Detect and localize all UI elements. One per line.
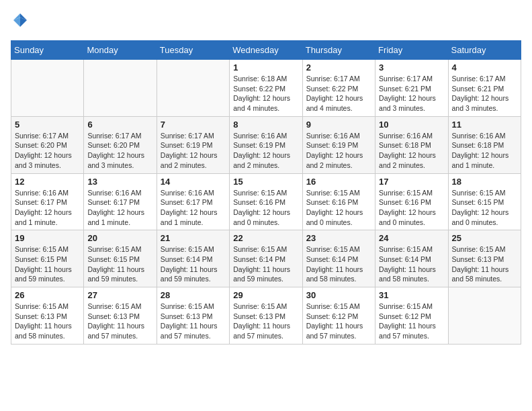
day-info: Sunrise: 6:15 AM Sunset: 6:12 PM Dayligh… xyxy=(379,302,444,341)
day-number: 5 xyxy=(15,120,80,130)
day-number: 18 xyxy=(452,177,517,187)
calendar-week-row: 1Sunrise: 6:18 AM Sunset: 6:22 PM Daylig… xyxy=(11,60,521,117)
day-info: Sunrise: 6:15 AM Sunset: 6:15 PM Dayligh… xyxy=(87,244,152,284)
calendar-cell: 6Sunrise: 6:17 AM Sunset: 6:20 PM Daylig… xyxy=(84,116,157,173)
day-number: 23 xyxy=(306,233,371,243)
day-number: 17 xyxy=(379,177,444,187)
calendar-cell: 13Sunrise: 6:16 AM Sunset: 6:17 PM Dayli… xyxy=(84,173,157,230)
calendar-cell: 1Sunrise: 6:18 AM Sunset: 6:22 PM Daylig… xyxy=(230,60,302,117)
day-number: 16 xyxy=(306,177,371,187)
day-info: Sunrise: 6:16 AM Sunset: 6:18 PM Dayligh… xyxy=(379,131,444,171)
day-info: Sunrise: 6:16 AM Sunset: 6:17 PM Dayligh… xyxy=(87,188,152,228)
weekday-header-thursday: Thursday xyxy=(302,41,375,60)
day-info: Sunrise: 6:16 AM Sunset: 6:19 PM Dayligh… xyxy=(306,131,371,171)
calendar-cell: 22Sunrise: 6:15 AM Sunset: 6:14 PM Dayli… xyxy=(230,230,302,287)
day-info: Sunrise: 6:15 AM Sunset: 6:15 PM Dayligh… xyxy=(452,188,517,228)
calendar-cell: 2Sunrise: 6:17 AM Sunset: 6:22 PM Daylig… xyxy=(302,60,375,117)
day-number: 3 xyxy=(379,62,444,73)
weekday-header-saturday: Saturday xyxy=(448,41,521,60)
day-info: Sunrise: 6:15 AM Sunset: 6:14 PM Dayligh… xyxy=(161,244,226,284)
calendar-cell: 12Sunrise: 6:16 AM Sunset: 6:17 PM Dayli… xyxy=(11,173,84,230)
day-info: Sunrise: 6:17 AM Sunset: 6:21 PM Dayligh… xyxy=(379,74,444,113)
day-info: Sunrise: 6:15 AM Sunset: 6:13 PM Dayligh… xyxy=(233,302,298,341)
day-number: 22 xyxy=(233,233,298,243)
calendar-cell: 21Sunrise: 6:15 AM Sunset: 6:14 PM Dayli… xyxy=(157,230,229,287)
day-number: 6 xyxy=(87,120,152,130)
calendar-cell: 16Sunrise: 6:15 AM Sunset: 6:16 PM Dayli… xyxy=(302,173,375,230)
day-number: 28 xyxy=(161,290,226,300)
page-header xyxy=(11,11,521,30)
day-number: 14 xyxy=(161,177,226,187)
day-number: 21 xyxy=(161,233,226,243)
calendar-cell xyxy=(157,60,229,117)
day-number: 13 xyxy=(87,177,152,187)
calendar-week-row: 5Sunrise: 6:17 AM Sunset: 6:20 PM Daylig… xyxy=(11,116,521,173)
weekday-header-friday: Friday xyxy=(375,41,448,60)
calendar-cell: 29Sunrise: 6:15 AM Sunset: 6:13 PM Dayli… xyxy=(230,287,302,345)
calendar-cell: 18Sunrise: 6:15 AM Sunset: 6:15 PM Dayli… xyxy=(448,173,521,230)
day-number: 15 xyxy=(233,177,298,187)
calendar-cell: 11Sunrise: 6:16 AM Sunset: 6:18 PM Dayli… xyxy=(448,116,521,173)
day-number: 2 xyxy=(306,62,371,73)
calendar-cell xyxy=(11,60,84,117)
day-info: Sunrise: 6:15 AM Sunset: 6:13 PM Dayligh… xyxy=(452,244,517,284)
day-info: Sunrise: 6:16 AM Sunset: 6:17 PM Dayligh… xyxy=(15,188,80,228)
calendar-cell xyxy=(84,60,157,117)
day-number: 4 xyxy=(452,62,517,73)
day-info: Sunrise: 6:16 AM Sunset: 6:17 PM Dayligh… xyxy=(161,188,226,228)
calendar-cell: 24Sunrise: 6:15 AM Sunset: 6:14 PM Dayli… xyxy=(375,230,448,287)
logo xyxy=(11,11,32,30)
weekday-header-monday: Monday xyxy=(84,41,157,60)
day-number: 27 xyxy=(87,290,152,300)
day-info: Sunrise: 6:15 AM Sunset: 6:13 PM Dayligh… xyxy=(87,302,152,341)
calendar-cell: 26Sunrise: 6:15 AM Sunset: 6:13 PM Dayli… xyxy=(11,287,84,345)
calendar-week-row: 19Sunrise: 6:15 AM Sunset: 6:15 PM Dayli… xyxy=(11,230,521,287)
day-info: Sunrise: 6:15 AM Sunset: 6:16 PM Dayligh… xyxy=(379,188,444,228)
day-info: Sunrise: 6:16 AM Sunset: 6:18 PM Dayligh… xyxy=(452,131,517,171)
day-info: Sunrise: 6:15 AM Sunset: 6:14 PM Dayligh… xyxy=(379,244,444,284)
calendar-cell: 7Sunrise: 6:17 AM Sunset: 6:19 PM Daylig… xyxy=(157,116,229,173)
day-info: Sunrise: 6:17 AM Sunset: 6:20 PM Dayligh… xyxy=(87,131,152,171)
day-number: 26 xyxy=(15,290,80,300)
calendar-cell: 23Sunrise: 6:15 AM Sunset: 6:14 PM Dayli… xyxy=(302,230,375,287)
day-info: Sunrise: 6:17 AM Sunset: 6:19 PM Dayligh… xyxy=(161,131,226,171)
day-info: Sunrise: 6:16 AM Sunset: 6:19 PM Dayligh… xyxy=(233,131,298,171)
day-info: Sunrise: 6:17 AM Sunset: 6:22 PM Dayligh… xyxy=(306,74,371,113)
calendar-cell: 8Sunrise: 6:16 AM Sunset: 6:19 PM Daylig… xyxy=(230,116,302,173)
day-number: 25 xyxy=(452,233,517,243)
calendar-cell: 19Sunrise: 6:15 AM Sunset: 6:15 PM Dayli… xyxy=(11,230,84,287)
day-number: 9 xyxy=(306,120,371,130)
calendar-cell xyxy=(448,287,521,345)
day-info: Sunrise: 6:17 AM Sunset: 6:21 PM Dayligh… xyxy=(452,74,517,113)
day-info: Sunrise: 6:17 AM Sunset: 6:20 PM Dayligh… xyxy=(15,131,80,171)
day-number: 31 xyxy=(379,290,444,300)
calendar-cell: 28Sunrise: 6:15 AM Sunset: 6:13 PM Dayli… xyxy=(157,287,229,345)
day-number: 11 xyxy=(452,120,517,130)
calendar-table: SundayMondayTuesdayWednesdayThursdayFrid… xyxy=(11,40,521,345)
day-info: Sunrise: 6:15 AM Sunset: 6:13 PM Dayligh… xyxy=(15,302,80,341)
day-info: Sunrise: 6:18 AM Sunset: 6:22 PM Dayligh… xyxy=(233,74,298,113)
day-number: 29 xyxy=(233,290,298,300)
day-info: Sunrise: 6:15 AM Sunset: 6:16 PM Dayligh… xyxy=(233,188,298,228)
day-number: 8 xyxy=(233,120,298,130)
day-number: 1 xyxy=(233,62,298,73)
day-info: Sunrise: 6:15 AM Sunset: 6:15 PM Dayligh… xyxy=(15,244,80,284)
day-info: Sunrise: 6:15 AM Sunset: 6:16 PM Dayligh… xyxy=(306,188,371,228)
calendar-cell: 25Sunrise: 6:15 AM Sunset: 6:13 PM Dayli… xyxy=(448,230,521,287)
day-info: Sunrise: 6:15 AM Sunset: 6:14 PM Dayligh… xyxy=(306,244,371,284)
day-number: 24 xyxy=(379,233,444,243)
calendar-cell: 9Sunrise: 6:16 AM Sunset: 6:19 PM Daylig… xyxy=(302,116,375,173)
day-info: Sunrise: 6:15 AM Sunset: 6:13 PM Dayligh… xyxy=(161,302,226,341)
calendar-cell: 31Sunrise: 6:15 AM Sunset: 6:12 PM Dayli… xyxy=(375,287,448,345)
day-number: 10 xyxy=(379,120,444,130)
day-info: Sunrise: 6:15 AM Sunset: 6:12 PM Dayligh… xyxy=(306,302,371,341)
logo-icon xyxy=(11,11,30,30)
weekday-header-tuesday: Tuesday xyxy=(157,41,229,60)
weekday-header-sunday: Sunday xyxy=(11,41,84,60)
calendar-cell: 20Sunrise: 6:15 AM Sunset: 6:15 PM Dayli… xyxy=(84,230,157,287)
day-number: 7 xyxy=(161,120,226,130)
calendar-week-row: 26Sunrise: 6:15 AM Sunset: 6:13 PM Dayli… xyxy=(11,287,521,345)
calendar-cell: 17Sunrise: 6:15 AM Sunset: 6:16 PM Dayli… xyxy=(375,173,448,230)
calendar-week-row: 12Sunrise: 6:16 AM Sunset: 6:17 PM Dayli… xyxy=(11,173,521,230)
calendar-cell: 27Sunrise: 6:15 AM Sunset: 6:13 PM Dayli… xyxy=(84,287,157,345)
